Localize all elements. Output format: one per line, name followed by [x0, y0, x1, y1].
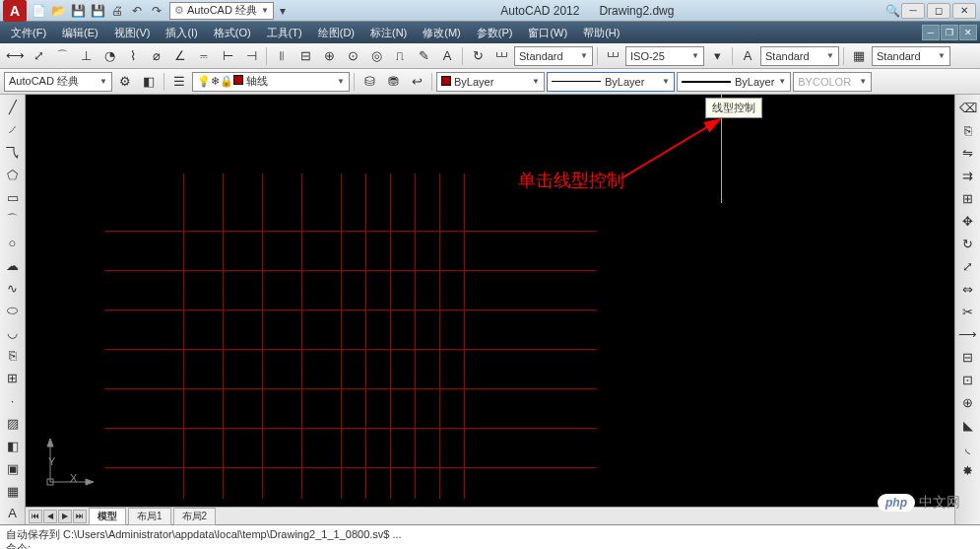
dim-continue-icon[interactable]: ⊣ [240, 45, 262, 67]
copy-icon[interactable]: ⎘ [957, 119, 979, 141]
qat-customize-icon[interactable]: ▾ [274, 2, 292, 20]
spline-icon[interactable]: ∿ [2, 277, 24, 299]
dim-style-icon[interactable]: ⏙ [490, 45, 512, 67]
array-icon[interactable]: ⊞ [957, 187, 979, 209]
workspace-settings-icon[interactable]: ⚙ [114, 71, 136, 93]
autocad-logo[interactable]: A [3, 0, 27, 22]
search-icon[interactable]: 🔍 [883, 2, 901, 20]
scale-icon[interactable]: ⤢ [957, 255, 979, 277]
menu-file[interactable]: 文件(F) [3, 24, 54, 42]
insert-block-icon[interactable]: ⎘ [2, 345, 24, 367]
circle-icon[interactable]: ○ [2, 232, 24, 253]
redo-icon[interactable]: ↷ [148, 2, 165, 20]
save-icon[interactable]: 💾 [69, 2, 87, 20]
workspace-dropdown[interactable]: AutoCAD 经典▼ [4, 72, 112, 92]
arc-icon[interactable]: ⌒ [2, 209, 24, 231]
workspace-dropdown-top[interactable]: ⚙ AutoCAD 经典 ▼ [169, 2, 274, 20]
lineweight-dropdown[interactable]: ByLayer ▼ [677, 72, 791, 92]
center-mark-icon[interactable]: ⊙ [342, 45, 363, 67]
close-button[interactable]: ✕ [952, 3, 976, 19]
ellipse-arc-icon[interactable]: ◡ [2, 322, 24, 344]
ellipse-icon[interactable]: ⬭ [2, 300, 24, 321]
text-icon[interactable]: A [2, 503, 24, 524]
doc-close-button[interactable]: ✕ [959, 25, 977, 40]
break-icon[interactable]: ⊡ [957, 369, 979, 390]
table-style-icon[interactable]: ▦ [848, 45, 870, 67]
tab-layout2[interactable]: 布局2 [173, 508, 217, 525]
explode-icon[interactable]: ✸ [957, 459, 979, 481]
dim-text-edit-icon[interactable]: A [436, 45, 458, 67]
revcloud-icon[interactable]: ☁ [2, 254, 24, 276]
trim-icon[interactable]: ✂ [957, 301, 979, 322]
plotstyle-dropdown[interactable]: BYCOLOR▼ [793, 72, 872, 92]
menu-draw[interactable]: 绘图(D) [310, 24, 362, 42]
hatch-icon[interactable]: ▨ [2, 412, 24, 434]
new-icon[interactable]: 📄 [30, 2, 47, 20]
menu-window[interactable]: 窗口(W) [520, 24, 575, 42]
dim-ordinate-icon[interactable]: ⊥ [75, 45, 97, 67]
dim-quick-icon[interactable]: ⎓ [193, 45, 215, 67]
dim-linear-icon[interactable]: ⟷ [4, 45, 26, 67]
extend-icon[interactable]: ⟶ [957, 323, 979, 345]
layer-prev-icon[interactable]: ↩ [406, 71, 427, 93]
fillet-icon[interactable]: ◟ [957, 437, 979, 458]
line-icon[interactable]: ╱ [2, 97, 24, 118]
polyline-icon[interactable]: ⺄ [2, 142, 24, 164]
maximize-button[interactable]: ◻ [927, 3, 950, 19]
erase-icon[interactable]: ⌫ [957, 97, 979, 118]
menu-view[interactable]: 视图(V) [106, 24, 159, 42]
layer-dropdown[interactable]: 💡❄🔒轴线 ▼ [192, 72, 350, 92]
dim-radius-icon[interactable]: ◔ [98, 45, 120, 67]
tab-last-icon[interactable]: ⏭ [73, 510, 87, 523]
tab-layout1[interactable]: 布局1 [128, 508, 171, 525]
saveas-icon[interactable]: 💾 [89, 2, 106, 20]
chamfer-icon[interactable]: ◣ [957, 414, 979, 436]
jogged-linear-icon[interactable]: ⎍ [389, 45, 411, 67]
doc-minimize-button[interactable]: ─ [922, 25, 940, 40]
layer-iso-icon[interactable]: ⛃ [382, 71, 404, 93]
break-pt-icon[interactable]: ⊟ [957, 346, 979, 368]
stretch-icon[interactable]: ⇔ [957, 278, 979, 300]
minimize-button[interactable]: ─ [901, 3, 925, 19]
drawing-canvas[interactable]: 线型控制 单击线型控制 Y X [26, 95, 954, 507]
offset-icon[interactable]: ⇉ [957, 165, 979, 186]
polygon-icon[interactable]: ⬠ [2, 165, 24, 186]
dim-style2-icon[interactable]: ⏙ [602, 45, 623, 67]
menu-help[interactable]: 帮助(H) [575, 24, 627, 42]
text-style-icon[interactable]: A [737, 45, 758, 67]
move-icon[interactable]: ✥ [957, 210, 979, 232]
region-icon[interactable]: ▣ [2, 457, 24, 479]
iso-dropdown[interactable]: ISO-25▼ [625, 46, 704, 66]
inspect-icon[interactable]: ◎ [365, 45, 387, 67]
dim-edit-icon[interactable]: ✎ [413, 45, 434, 67]
layer-manager-icon[interactable]: ☰ [168, 71, 190, 93]
doc-restore-button[interactable]: ❐ [941, 25, 958, 40]
constline-icon[interactable]: ⟋ [2, 119, 24, 141]
dim-space-icon[interactable]: ⫴ [271, 45, 293, 67]
table-icon[interactable]: ▦ [2, 480, 24, 502]
menu-insert[interactable]: 插入(I) [158, 24, 205, 42]
color-dropdown[interactable]: ByLayer ▼ [436, 72, 545, 92]
tab-model[interactable]: 模型 [89, 508, 126, 525]
menu-tools[interactable]: 工具(T) [259, 24, 310, 42]
point-icon[interactable]: · [2, 390, 24, 412]
dim-more-icon[interactable]: ▾ [706, 45, 728, 67]
dimstyle-dropdown[interactable]: Standard▼ [514, 46, 593, 66]
dim-break-icon[interactable]: ⊟ [294, 45, 316, 67]
menu-dimension[interactable]: 标注(N) [362, 24, 415, 42]
workspace-save-icon[interactable]: ◧ [138, 71, 160, 93]
dim-update-icon[interactable]: ↻ [467, 45, 489, 67]
dim-aligned-icon[interactable]: ⤢ [28, 45, 49, 67]
dim-diameter-icon[interactable]: ⌀ [146, 45, 167, 67]
menu-edit[interactable]: 编辑(E) [54, 24, 106, 42]
linetype-dropdown[interactable]: ByLayer ▼ [547, 72, 675, 92]
tab-first-icon[interactable]: ⏮ [29, 510, 42, 523]
menu-modify[interactable]: 修改(M) [415, 24, 469, 42]
menu-format[interactable]: 格式(O) [206, 24, 259, 42]
layer-state-icon[interactable]: ⛁ [359, 71, 380, 93]
dim-jogged-icon[interactable]: ⌇ [122, 45, 144, 67]
rotate-icon[interactable]: ↻ [957, 233, 979, 254]
tolerance-icon[interactable]: ⊕ [318, 45, 340, 67]
mirror-icon[interactable]: ⇋ [957, 142, 979, 164]
rectangle-icon[interactable]: ▭ [2, 187, 24, 209]
